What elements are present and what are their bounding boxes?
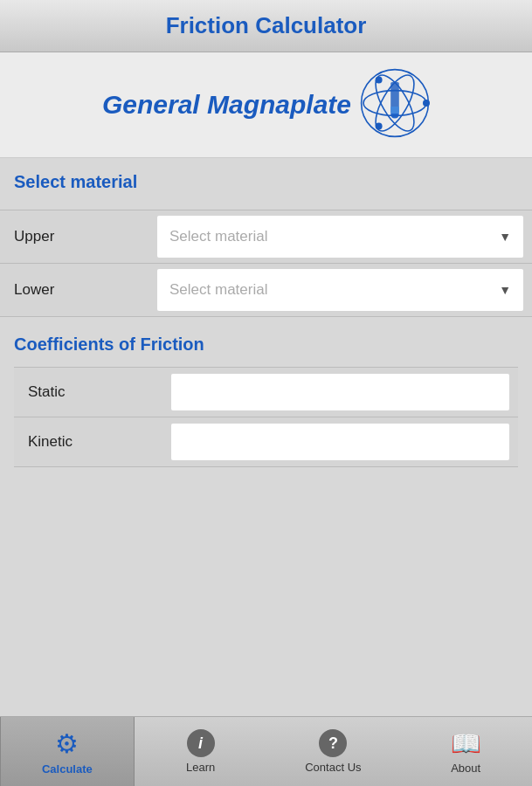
app-title: Friction Calculator xyxy=(9,12,523,39)
material-rows: Upper Select material ▼ Lower Select mat… xyxy=(0,210,532,317)
question-icon: ? xyxy=(319,729,347,757)
static-value xyxy=(171,374,509,410)
logo-text: General Magnaplate xyxy=(102,90,351,120)
logo-icon xyxy=(360,68,430,141)
lower-material-row: Lower Select material ▼ xyxy=(0,264,532,317)
lower-select-placeholder: Select material xyxy=(169,281,267,299)
upper-material-row: Upper Select material ▼ xyxy=(0,210,532,264)
nav-learn[interactable]: i Learn xyxy=(135,717,267,786)
nav-about[interactable]: 📖 About xyxy=(399,717,532,786)
coefficients-title: Coefficients of Friction xyxy=(14,334,518,355)
gear-icon: ⚙ xyxy=(55,728,79,759)
upper-label: Upper xyxy=(0,212,157,261)
upper-dropdown-arrow-icon: ▼ xyxy=(499,230,511,244)
book-icon: 📖 xyxy=(451,729,481,758)
nav-calculate[interactable]: ⚙ Calculate xyxy=(0,717,135,786)
bottom-nav: ⚙ Calculate i Learn ? Contact Us 📖 About xyxy=(0,716,532,786)
learn-label: Learn xyxy=(186,761,215,774)
svg-point-7 xyxy=(376,77,383,84)
static-row: Static xyxy=(14,368,518,417)
contact-label: Contact Us xyxy=(305,761,361,774)
lower-label: Lower xyxy=(0,265,157,314)
svg-point-6 xyxy=(423,100,430,107)
select-material-title: Select material xyxy=(14,172,518,192)
upper-material-select[interactable]: Select material ▼ xyxy=(157,216,523,258)
lower-material-select[interactable]: Select material ▼ xyxy=(157,269,523,311)
upper-select-placeholder: Select material xyxy=(169,228,267,245)
kinetic-value xyxy=(171,424,509,460)
coefficients-table: Static Kinetic xyxy=(14,367,518,467)
app-header: Friction Calculator xyxy=(0,0,532,52)
nav-contact[interactable]: ? Contact Us xyxy=(267,717,400,786)
coefficients-section: Coefficients of Friction Static Kinetic xyxy=(0,317,532,716)
svg-rect-2 xyxy=(390,107,399,114)
svg-point-8 xyxy=(376,122,383,129)
lower-dropdown-arrow-icon: ▼ xyxy=(499,283,511,297)
kinetic-label: Kinetic xyxy=(14,417,171,466)
select-material-section: Select material xyxy=(0,158,532,210)
static-label: Static xyxy=(14,368,171,417)
info-icon: i xyxy=(187,729,215,757)
kinetic-row: Kinetic xyxy=(14,417,518,467)
about-label: About xyxy=(451,762,480,775)
logo-area: General Magnaplate xyxy=(0,52,532,158)
calculate-label: Calculate xyxy=(42,762,93,776)
